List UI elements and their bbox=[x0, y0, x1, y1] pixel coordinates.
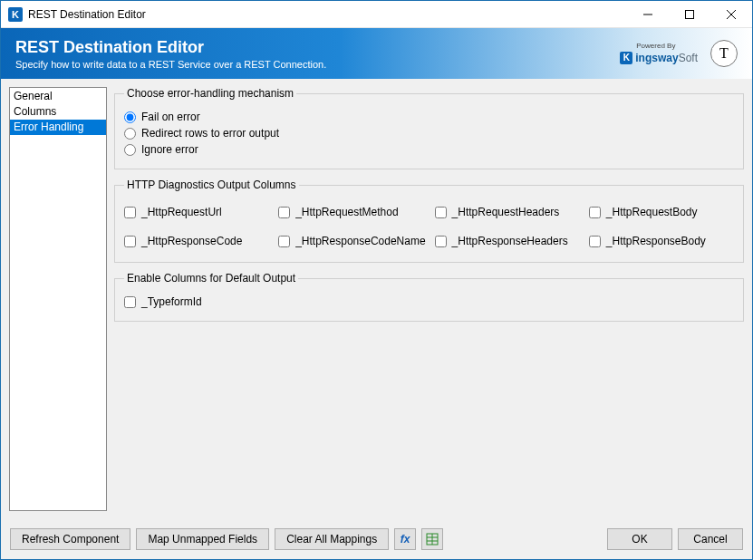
header-title: REST Destination Editor bbox=[15, 38, 326, 57]
sidebar-item-label: Columns bbox=[14, 105, 56, 118]
check-http-response-code-name[interactable]: _HttpResponseCodeName bbox=[278, 235, 425, 247]
button-label: Cancel bbox=[693, 533, 727, 546]
checkbox-label: _TypeformId bbox=[141, 295, 202, 308]
maximize-button[interactable] bbox=[669, 1, 710, 28]
header-round-label: T bbox=[719, 45, 729, 62]
clear-all-mappings-button[interactable]: Clear All Mappings bbox=[275, 528, 389, 550]
radio-ignore-error[interactable]: Ignore error bbox=[124, 143, 734, 156]
radio-fail-on-error[interactable]: Fail on error bbox=[124, 111, 734, 123]
group-legend: Choose error-handling mechanism bbox=[124, 87, 296, 100]
group-http-diagnostics: HTTP Diagnostics Output Columns _HttpReq… bbox=[114, 179, 744, 263]
checkbox-label: _HttpResponseHeaders bbox=[452, 235, 568, 247]
checkbox-label: _HttpRequestBody bbox=[606, 206, 698, 218]
refresh-component-button[interactable]: Refresh Component bbox=[10, 528, 130, 550]
columns-icon bbox=[426, 533, 439, 546]
header-banner: REST Destination Editor Specify how to w… bbox=[1, 28, 752, 79]
window: K REST Destination Editor REST Destinati… bbox=[0, 0, 753, 560]
checkbox-input[interactable] bbox=[124, 207, 136, 218]
group-legend: Enable Columns for Default Output bbox=[124, 272, 298, 285]
map-unmapped-fields-button[interactable]: Map Unmapped Fields bbox=[136, 528, 269, 550]
group-error-mechanism: Choose error-handling mechanism Fail on … bbox=[114, 87, 744, 169]
close-button[interactable] bbox=[710, 1, 752, 28]
checkbox-label: _HttpResponseCode bbox=[141, 235, 242, 247]
cancel-button[interactable]: Cancel bbox=[678, 528, 743, 550]
sidebar-item-error-handling[interactable]: Error Handling bbox=[10, 120, 106, 135]
radio-input[interactable] bbox=[124, 144, 136, 156]
svg-rect-1 bbox=[686, 10, 694, 18]
expression-button[interactable]: fx bbox=[394, 528, 416, 550]
checkbox-input[interactable] bbox=[589, 236, 601, 247]
sidebar: General Columns Error Handling bbox=[9, 87, 107, 511]
header-round-button[interactable]: T bbox=[710, 40, 738, 67]
button-label: Refresh Component bbox=[22, 533, 119, 546]
group-legend: HTTP Diagnostics Output Columns bbox=[124, 179, 299, 191]
checkbox-label: _HttpRequestHeaders bbox=[452, 206, 560, 218]
main-panel: Choose error-handling mechanism Fail on … bbox=[114, 87, 744, 511]
header-subtitle: Specify how to write data to a REST Serv… bbox=[15, 59, 326, 70]
checkbox-label: _HttpResponseCodeName bbox=[295, 235, 425, 247]
radio-label: Ignore error bbox=[141, 143, 198, 156]
button-label: Map Unmapped Fields bbox=[148, 533, 257, 546]
checkbox-input[interactable] bbox=[435, 207, 447, 218]
check-typeform-id[interactable]: _TypeformId bbox=[124, 295, 734, 308]
checkbox-label: _HttpRequestMethod bbox=[295, 206, 398, 218]
check-http-response-code[interactable]: _HttpResponseCode bbox=[124, 235, 269, 247]
fx-icon: fx bbox=[401, 533, 410, 546]
check-http-response-body[interactable]: _HttpResponseBody bbox=[589, 235, 734, 247]
body: General Columns Error Handling Choose er… bbox=[1, 79, 752, 519]
checkbox-input[interactable] bbox=[589, 207, 601, 218]
check-http-request-method[interactable]: _HttpRequestMethod bbox=[278, 206, 425, 218]
footer: Refresh Component Map Unmapped Fields Cl… bbox=[1, 519, 752, 559]
checkbox-input[interactable] bbox=[435, 236, 447, 247]
checkbox-input[interactable] bbox=[124, 236, 136, 247]
radio-label: Fail on error bbox=[141, 111, 200, 123]
powered-by-label: Powered By bbox=[636, 43, 675, 50]
header-text: REST Destination Editor Specify how to w… bbox=[15, 38, 326, 70]
sidebar-item-general[interactable]: General bbox=[10, 89, 106, 104]
button-label: OK bbox=[632, 533, 647, 546]
checkbox-label: _HttpResponseBody bbox=[606, 235, 706, 247]
checkbox-input[interactable] bbox=[278, 236, 290, 247]
sidebar-item-label: General bbox=[14, 90, 53, 102]
radio-redirect-rows[interactable]: Redirect rows to error output bbox=[124, 127, 734, 140]
titlebar: K REST Destination Editor bbox=[1, 1, 752, 28]
sidebar-item-label: Error Handling bbox=[14, 121, 83, 133]
button-label: Clear All Mappings bbox=[286, 533, 377, 546]
group-default-output: Enable Columns for Default Output _Typef… bbox=[114, 272, 744, 322]
checkbox-input[interactable] bbox=[124, 296, 136, 308]
radio-input[interactable] bbox=[124, 111, 136, 123]
radio-label: Redirect rows to error output bbox=[141, 127, 279, 140]
radio-input[interactable] bbox=[124, 128, 136, 140]
check-http-response-headers[interactable]: _HttpResponseHeaders bbox=[435, 235, 580, 247]
sidebar-item-columns[interactable]: Columns bbox=[10, 104, 106, 120]
ok-button[interactable]: OK bbox=[607, 528, 672, 550]
checkbox-label: _HttpRequestUrl bbox=[141, 206, 222, 218]
columns-button[interactable] bbox=[421, 528, 443, 550]
app-icon: K bbox=[8, 7, 23, 22]
window-title: REST Destination Editor bbox=[28, 8, 146, 21]
checkbox-input[interactable] bbox=[278, 207, 290, 218]
logo-k-mark: K bbox=[620, 52, 632, 64]
check-http-request-headers[interactable]: _HttpRequestHeaders bbox=[435, 206, 580, 218]
check-http-request-url[interactable]: _HttpRequestUrl bbox=[124, 206, 269, 218]
kingswaysoft-logo: Powered By K ingswaySoft bbox=[620, 43, 698, 64]
check-http-request-body[interactable]: _HttpRequestBody bbox=[589, 206, 734, 218]
minimize-button[interactable] bbox=[627, 1, 669, 28]
